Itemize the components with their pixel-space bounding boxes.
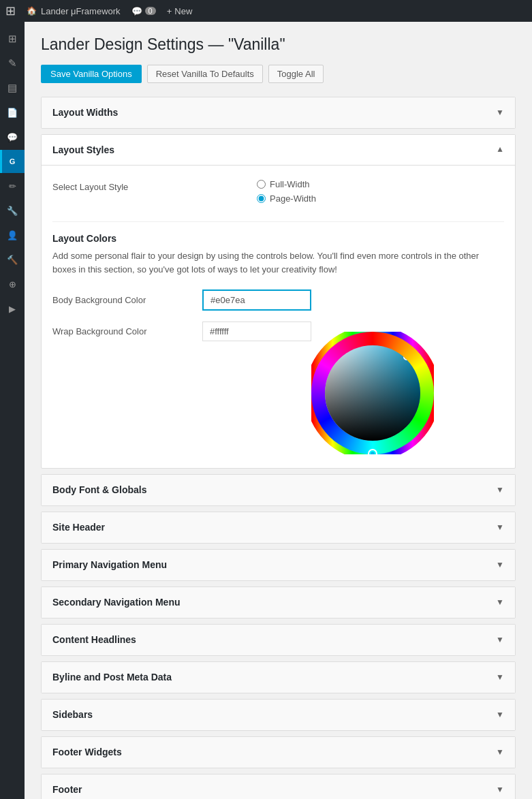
comments-link[interactable]: 💬 0 xyxy=(131,6,156,16)
layout-style-row: Select Layout Style Full-Width Page-Widt… xyxy=(52,179,504,208)
toolbar: Save Vanilla Options Reset Vanilla To De… xyxy=(41,65,516,83)
plugin-avatar: G xyxy=(4,153,20,170)
sidebars-label: Sidebars xyxy=(52,709,93,720)
new-menu[interactable]: + New xyxy=(167,6,193,16)
media-icon: ▤ xyxy=(7,82,17,94)
plugins-icon: 🔧 xyxy=(7,206,18,216)
appearance-icon: ✏ xyxy=(9,181,16,191)
toggle-all-button[interactable]: Toggle All xyxy=(268,65,324,83)
comments-bubble-icon: 💬 xyxy=(7,132,18,142)
body-bg-input[interactable] xyxy=(202,289,311,311)
site-header-header[interactable]: Site Header ▼ xyxy=(42,512,515,543)
comment-count-badge: 0 xyxy=(145,7,156,15)
layout-styles-label: Layout Styles xyxy=(52,144,114,155)
sidebar-item-plugins[interactable]: 🔧 xyxy=(0,199,25,222)
byline-section: Byline and Post Meta Data ▼ xyxy=(41,661,516,693)
reset-button[interactable]: Reset Vanilla To Defaults xyxy=(147,65,263,83)
footer-widgets-header[interactable]: Footer Widgets ▼ xyxy=(42,737,515,768)
sidebar-item-appearance[interactable]: ✏ xyxy=(0,174,25,198)
primary-nav-chevron: ▼ xyxy=(496,560,504,569)
save-button[interactable]: Save Vanilla Options xyxy=(41,65,142,83)
wrap-bg-section: Wrap Background Color xyxy=(52,322,504,352)
body-bg-label: Body Background Color xyxy=(52,295,202,305)
layout-widths-chevron: ▼ xyxy=(496,108,504,117)
body-font-chevron: ▼ xyxy=(496,485,504,495)
site-header-chevron: ▼ xyxy=(496,522,504,532)
layout-styles-body: Select Layout Style Full-Width Page-Widt… xyxy=(42,166,515,468)
wrap-bg-input[interactable] xyxy=(202,322,311,341)
content-headlines-label: Content Headlines xyxy=(52,634,136,645)
footer-widgets-label: Footer Widgets xyxy=(52,747,122,757)
byline-header[interactable]: Byline and Post Meta Data ▼ xyxy=(42,662,515,693)
layout-widths-header[interactable]: Layout Widths ▼ xyxy=(42,97,515,128)
layout-styles-header[interactable]: Layout Styles ▼ xyxy=(42,135,515,166)
site-name[interactable]: 🏠 Lander μFramework xyxy=(27,6,121,16)
color-wheel-svg[interactable] xyxy=(311,332,434,454)
body-font-header[interactable]: Body Font & Globals ▼ xyxy=(42,475,515,505)
sidebar-item-media[interactable]: ▤ xyxy=(0,76,25,99)
secondary-nav-section: Secondary Navigation Menu ▼ xyxy=(41,586,516,618)
full-width-option[interactable]: Full-Width xyxy=(257,179,504,189)
content-headlines-header[interactable]: Content Headlines ▼ xyxy=(42,625,515,655)
sidebar-item-play[interactable]: ▶ xyxy=(0,297,25,320)
comments-icon: 💬 xyxy=(131,6,142,16)
footer-header[interactable]: Footer ▼ xyxy=(42,774,515,799)
sidebar-item-settings[interactable]: ⊕ xyxy=(0,272,25,296)
layout-colors-title: Layout Colors xyxy=(52,233,504,244)
page-width-option[interactable]: Page-Width xyxy=(257,193,504,204)
body-bg-row: Body Background Color xyxy=(52,289,504,311)
layout-style-options: Full-Width Page-Width xyxy=(257,179,504,208)
footer-section: Footer ▼ xyxy=(41,774,516,799)
layout-styles-section: Layout Styles ▼ Select Layout Style Full… xyxy=(41,134,516,469)
sidebar-item-posts[interactable]: ✎ xyxy=(0,52,25,75)
page-width-label: Page-Width xyxy=(270,193,316,204)
plus-icon: + xyxy=(167,6,172,16)
byline-chevron: ▼ xyxy=(496,672,504,682)
secondary-nav-label: Secondary Navigation Menu xyxy=(52,597,180,608)
primary-nav-header[interactable]: Primary Navigation Menu ▼ xyxy=(42,550,515,580)
page-width-radio[interactable] xyxy=(257,194,266,203)
users-icon: 👤 xyxy=(7,230,18,240)
full-width-label: Full-Width xyxy=(270,179,310,189)
site-header-label: Site Header xyxy=(52,522,105,533)
layout-widths-section: Layout Widths ▼ xyxy=(41,97,516,129)
sidebar-item-comments[interactable]: 💬 xyxy=(0,125,25,148)
settings-icon: ⊕ xyxy=(9,279,16,289)
content-headlines-chevron: ▼ xyxy=(496,635,504,644)
wrap-bg-input-section: Wrap Background Color xyxy=(52,322,311,352)
wp-logo-icon[interactable]: ⊞ xyxy=(5,3,16,18)
sidebars-section: Sidebars ▼ xyxy=(41,699,516,731)
sidebar-item-tools[interactable]: 🔨 xyxy=(0,248,25,271)
content-headlines-section: Content Headlines ▼ xyxy=(41,624,516,656)
site-header-section: Site Header ▼ xyxy=(41,512,516,544)
layout-colors-description: Add some personal flair to your design b… xyxy=(52,249,504,276)
wrap-bg-row: Wrap Background Color xyxy=(52,322,311,341)
posts-icon: ✎ xyxy=(8,57,17,69)
divider xyxy=(52,221,504,222)
sidebar-item-dashboard[interactable]: ⊞ xyxy=(0,27,25,50)
secondary-nav-header[interactable]: Secondary Navigation Menu ▼ xyxy=(42,587,515,618)
admin-bar: ⊞ 🏠 Lander μFramework 💬 0 + New xyxy=(0,0,532,22)
footer-label: Footer xyxy=(52,784,82,795)
sidebar-item-plugin-g[interactable]: G xyxy=(0,150,25,173)
body-font-section: Body Font & Globals ▼ xyxy=(41,474,516,506)
sidebars-header[interactable]: Sidebars ▼ xyxy=(42,700,515,730)
house-icon: 🏠 xyxy=(27,6,37,16)
main-content: Lander Design Settings — "Vanilla" Save … xyxy=(25,22,532,799)
layout-styles-chevron: ▼ xyxy=(496,145,504,155)
gradient-handle xyxy=(403,354,410,360)
sidebar-item-pages[interactable]: 📄 xyxy=(0,101,25,124)
color-picker-container[interactable] xyxy=(311,332,434,454)
pages-icon: 📄 xyxy=(7,108,18,118)
footer-chevron: ▼ xyxy=(496,785,504,794)
sidebar-item-users[interactable]: 👤 xyxy=(0,223,25,247)
dashboard-icon: ⊞ xyxy=(8,33,17,45)
layout-style-label: Select Layout Style xyxy=(52,179,257,192)
full-width-radio[interactable] xyxy=(257,180,266,189)
play-icon: ▶ xyxy=(9,304,16,314)
secondary-nav-chevron: ▼ xyxy=(496,597,504,607)
byline-label: Byline and Post Meta Data xyxy=(52,672,172,683)
body-font-label: Body Font & Globals xyxy=(52,484,146,495)
footer-widgets-section: Footer Widgets ▼ xyxy=(41,736,516,768)
primary-nav-label: Primary Navigation Menu xyxy=(52,559,167,570)
